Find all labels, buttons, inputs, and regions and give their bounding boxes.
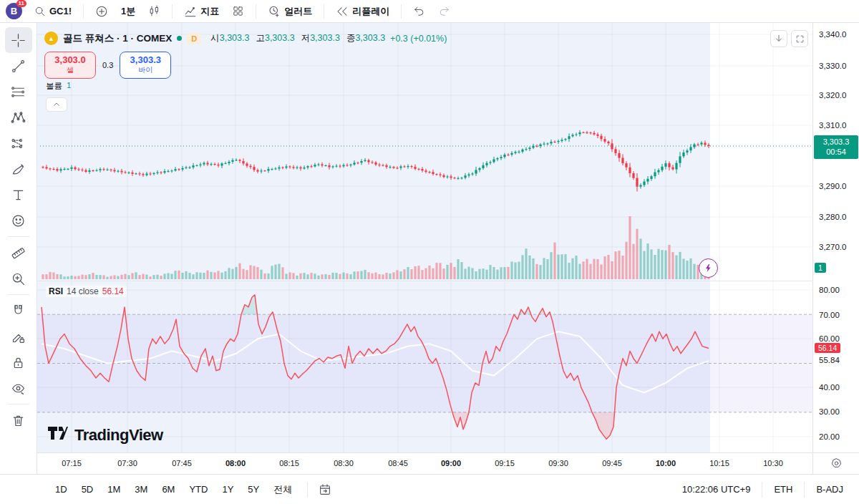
range-button-5d[interactable]: 5D <box>77 481 99 498</box>
redo-icon <box>438 5 450 17</box>
tradingview-app: 3,340.03,330.03,320.03,310.03,290.03,280… <box>0 0 859 504</box>
undo-icon <box>413 5 425 17</box>
rsi-axis-label: 70.00 <box>819 311 840 319</box>
time-axis-corner[interactable] <box>812 452 859 474</box>
close-value: 3,303.3 <box>355 33 385 43</box>
ohlc-row: 시3,303.3 고3,303.3 저3,303.3 종3,303.3 <box>210 32 385 44</box>
chevron-up-icon <box>52 100 61 109</box>
notification-badge: 11 <box>16 0 26 7</box>
range-button-ytd[interactable]: YTD <box>184 481 213 498</box>
low-value: 3,303.3 <box>310 33 340 43</box>
pane-divider[interactable] <box>37 281 812 281</box>
chart-style-button[interactable] <box>143 3 165 19</box>
indicators-button[interactable]: 지표 <box>179 3 224 20</box>
range-button-5y[interactable]: 5Y <box>243 481 264 498</box>
alert-button[interactable]: 얼러트 <box>263 3 317 20</box>
tool-zoom-in[interactable] <box>5 266 32 291</box>
symbol-title[interactable]: 골드 퓨쳐스 · 1 · COMEX <box>63 32 172 45</box>
session-badge[interactable]: D <box>187 33 201 44</box>
tool-prediction-tools[interactable] <box>5 130 32 156</box>
instant-order-button[interactable] <box>699 258 718 278</box>
price-axis-label: 3,330.0 <box>819 62 846 70</box>
sell-label: 셀 <box>45 65 95 75</box>
rsi-axis-label: 60.00 <box>819 334 840 343</box>
fullscreen-button[interactable] <box>791 30 808 47</box>
symbol-search-button[interactable]: GC1! <box>29 4 77 19</box>
tool-trend-line[interactable] <box>5 53 32 79</box>
sell-button[interactable]: 3,303.0 셀 <box>44 52 96 79</box>
separator <box>172 4 173 19</box>
tool-ruler[interactable] <box>5 240 32 266</box>
clock-display[interactable]: 10:22:06 UTC+9 <box>676 481 757 498</box>
rsi-axis-badge: 56.14 <box>815 343 840 353</box>
layout-grid-button[interactable] <box>227 3 249 19</box>
range-button-1m[interactable]: 1M <box>102 481 125 498</box>
volume-legend[interactable]: 볼륨 1 <box>46 81 71 92</box>
undo-button[interactable] <box>408 3 430 19</box>
top-toolbar: B 11 GC1! 1분 지표 얼러트 <box>0 0 859 23</box>
replay-icon <box>336 5 349 18</box>
session-toggle[interactable]: ETH <box>768 481 798 498</box>
compare-add-button[interactable] <box>90 3 113 20</box>
candlestick-icon <box>148 5 160 17</box>
drawing-toolbar <box>0 23 37 474</box>
tool-drawing-lock[interactable] <box>5 324 32 349</box>
range-button-1y[interactable]: 1Y <box>217 481 238 498</box>
interval-button[interactable]: 1분 <box>116 3 140 20</box>
rsi-legend[interactable]: RSI 14 close 56.14 <box>46 286 127 297</box>
low-label: 저 <box>301 33 311 43</box>
time-axis-settings-icon[interactable] <box>830 457 843 470</box>
separator <box>401 4 402 19</box>
separator <box>83 4 84 19</box>
scroll-to-recent-button[interactable] <box>770 30 787 47</box>
tool-crosshair[interactable] <box>5 27 32 53</box>
collapse-panel-button[interactable] <box>46 97 67 112</box>
range-button-1d[interactable]: 1D <box>50 481 72 498</box>
tool-lock-all-drawings[interactable] <box>5 349 32 375</box>
separator <box>324 4 324 19</box>
time-axis-tick: 07:15 <box>62 459 82 467</box>
time-axis-tick: 08:45 <box>388 459 408 467</box>
price-axis-label: 3,310.0 <box>819 121 846 130</box>
range-button-6m[interactable]: 6M <box>157 481 180 498</box>
indicators-label: 지표 <box>200 5 219 18</box>
time-axis-tick: 09:45 <box>602 459 622 467</box>
tool-text-tool[interactable] <box>5 182 32 208</box>
tool-emoji[interactable] <box>5 208 32 233</box>
buy-button[interactable]: 3,303.3 바이 <box>120 52 171 79</box>
ruler-icon <box>11 246 26 261</box>
time-axis-tick: 08:30 <box>334 459 354 467</box>
range-button-전체[interactable]: 전체 <box>268 480 297 499</box>
replay-label: 리플레이 <box>352 5 389 18</box>
calendar-go-icon <box>319 483 331 496</box>
tool-remove-drawings[interactable] <box>5 407 32 433</box>
tool-xabcd-pattern[interactable] <box>5 105 32 130</box>
tool-brush[interactable] <box>5 156 32 182</box>
main-chart[interactable] <box>37 23 812 452</box>
tool-hide-all-drawings[interactable] <box>5 375 32 401</box>
tool-magnet[interactable] <box>5 298 32 324</box>
go-to-date-button[interactable] <box>314 481 336 498</box>
bar-countdown: 00:54 <box>814 147 858 157</box>
plus-circle-icon <box>95 5 108 18</box>
user-avatar[interactable]: B 11 <box>6 3 22 19</box>
price-change: +0.3 (+0.01%) <box>390 34 447 44</box>
bottom-toolbar: 1D5D1M3M6MYTD1Y5Y전체 10:22:06 UTC+9 ETH B… <box>0 474 859 504</box>
adjust-toggle[interactable]: B-ADJ <box>810 481 849 498</box>
separator <box>8 294 29 295</box>
replay-button[interactable]: 리플레이 <box>331 3 394 20</box>
market-status-dot <box>177 36 182 41</box>
emoji-icon <box>11 213 26 228</box>
time-axis-tick: 07:45 <box>172 459 192 467</box>
range-button-3m[interactable]: 3M <box>130 481 152 498</box>
search-icon <box>34 6 46 17</box>
buy-label: 바이 <box>120 65 170 75</box>
prediction-tools-icon <box>11 136 26 151</box>
time-axis-tick: 09:30 <box>548 459 568 467</box>
redo-button[interactable] <box>433 3 455 19</box>
price-axis-label: 3,320.0 <box>819 91 846 100</box>
time-axis[interactable]: 07:1507:3007:4508:0008:1508:3008:4509:00… <box>37 452 812 474</box>
price-axis[interactable]: 3,340.03,330.03,320.03,310.03,290.03,280… <box>812 23 859 474</box>
tool-line-tools[interactable] <box>5 79 32 105</box>
separator <box>762 482 762 498</box>
